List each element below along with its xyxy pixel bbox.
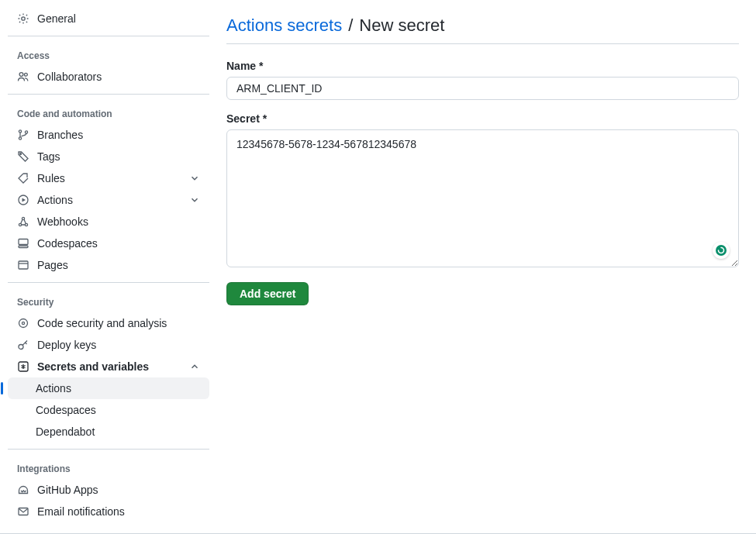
sidebar-item-general[interactable]: General (8, 8, 209, 29)
sidebar-item-pages[interactable]: Pages (8, 254, 209, 276)
secrets-variables-submenu: Actions Codespaces Dependabot (8, 377, 209, 443)
svg-point-4 (19, 137, 21, 140)
chevron-down-icon (189, 173, 200, 184)
browser-icon (17, 259, 29, 271)
field-group-secret: Secret * (226, 112, 739, 270)
sidebar-header-integrations: Integrations (8, 450, 209, 479)
sidebar-item-label: Actions (37, 194, 189, 206)
sidebar-item-email-notifications[interactable]: Email notifications (8, 501, 209, 522)
svg-point-10 (25, 223, 27, 226)
name-label: Name * (226, 60, 739, 72)
sidebar-item-label: General (37, 12, 200, 25)
sidebar-item-label: Webhooks (37, 215, 200, 228)
sidebar-item-label: Deploy keys (37, 339, 200, 351)
tag-icon (17, 150, 29, 163)
sidebar-item-actions[interactable]: Actions (8, 189, 209, 211)
sidebar-item-label: Branches (37, 129, 200, 141)
secret-label: Secret * (226, 112, 739, 125)
chevron-up-icon (189, 361, 200, 372)
mail-icon (17, 505, 29, 518)
svg-point-9 (19, 223, 21, 226)
add-secret-button[interactable]: Add secret (226, 282, 309, 305)
page-title: Actions secrets / New secret (226, 16, 739, 44)
svg-point-0 (22, 17, 25, 20)
sidebar-item-github-apps[interactable]: GitHub Apps (8, 479, 209, 501)
sidebar-subitem-actions[interactable]: Actions (8, 377, 209, 399)
sidebar-item-collaborators[interactable]: Collaborators (8, 66, 209, 88)
hubot-icon (17, 484, 29, 496)
svg-point-19 (716, 245, 727, 256)
sidebar-subitem-dependabot[interactable]: Dependabot (8, 421, 209, 443)
codespaces-icon (17, 237, 29, 250)
people-icon (17, 71, 29, 83)
sidebar-item-label: Rules (37, 172, 189, 184)
grammarly-icon[interactable] (713, 242, 730, 259)
svg-rect-13 (19, 261, 28, 269)
sidebar-item-branches[interactable]: Branches (8, 124, 209, 146)
sidebar-header-security: Security (8, 283, 209, 312)
svg-point-15 (22, 322, 24, 324)
sidebar-subitem-codespaces[interactable]: Codespaces (8, 399, 209, 421)
sidebar-item-label: Codespaces (37, 237, 200, 250)
asterisk-icon (17, 360, 29, 373)
svg-point-3 (19, 130, 21, 133)
sidebar-item-label: Code security and analysis (37, 317, 200, 329)
svg-point-2 (25, 73, 28, 76)
webhook-icon (17, 215, 29, 228)
sidebar-item-webhooks[interactable]: Webhooks (8, 211, 209, 233)
sidebar-item-code-security[interactable]: Code security and analysis (8, 312, 209, 334)
svg-rect-12 (19, 246, 28, 248)
settings-sidebar: General Access Collaborators Code and au… (0, 0, 209, 533)
svg-point-6 (20, 153, 22, 155)
sidebar-header-code: Code and automation (8, 95, 209, 124)
sidebar-item-secrets-variables[interactable]: Secrets and variables (8, 356, 209, 377)
branch-icon (17, 129, 29, 141)
sidebar-item-codespaces[interactable]: Codespaces (8, 233, 209, 254)
svg-point-5 (25, 131, 27, 133)
breadcrumb-separator: / (348, 16, 353, 36)
secret-name-input[interactable] (226, 77, 739, 100)
key-icon (17, 339, 29, 351)
breadcrumb-link-actions-secrets[interactable]: Actions secrets (226, 16, 342, 36)
main-content: Actions secrets / New secret Name * Secr… (209, 0, 756, 533)
rules-icon (17, 172, 29, 184)
sidebar-item-tags[interactable]: Tags (8, 146, 209, 167)
sidebar-item-label: Secrets and variables (37, 360, 189, 373)
sidebar-item-label: Email notifications (37, 505, 200, 518)
gear-icon (17, 12, 29, 25)
sidebar-header-access: Access (8, 36, 209, 66)
secret-value-input[interactable] (226, 129, 739, 267)
scan-icon (17, 317, 29, 329)
sidebar-item-label: Pages (37, 259, 200, 271)
sidebar-item-deploy-keys[interactable]: Deploy keys (8, 334, 209, 356)
play-circle-icon (17, 194, 29, 206)
breadcrumb-current: New secret (359, 16, 444, 36)
svg-rect-11 (19, 239, 28, 245)
svg-point-8 (22, 217, 24, 219)
chevron-down-icon (189, 195, 200, 205)
svg-point-14 (19, 319, 28, 328)
sidebar-item-label: Collaborators (37, 71, 200, 83)
field-group-name: Name * (226, 60, 739, 100)
sidebar-item-label: Tags (37, 150, 200, 163)
svg-point-1 (19, 73, 23, 77)
sidebar-item-rules[interactable]: Rules (8, 167, 209, 189)
sidebar-item-label: GitHub Apps (37, 484, 200, 496)
